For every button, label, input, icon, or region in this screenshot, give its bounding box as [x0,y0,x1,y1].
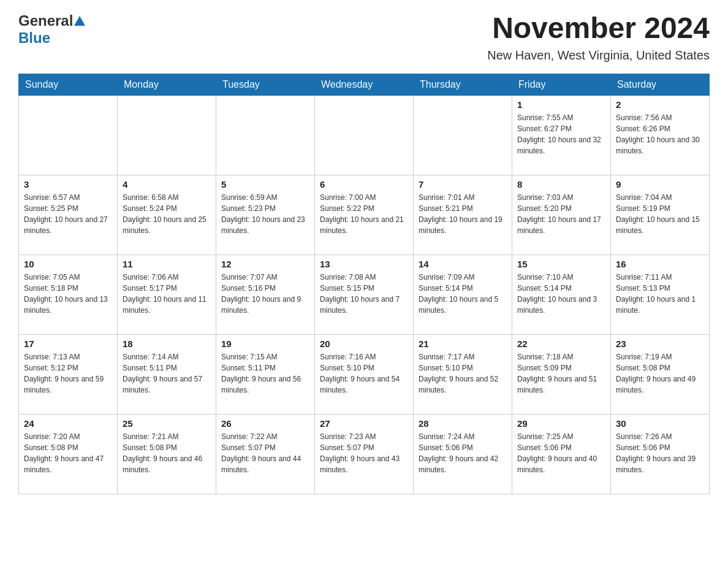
calendar-cell: 13Sunrise: 7:08 AMSunset: 5:15 PMDayligh… [315,255,414,334]
calendar-cell: 15Sunrise: 7:10 AMSunset: 5:14 PMDayligh… [512,255,611,334]
logo-blue-text: Blue [18,29,50,47]
day-number: 17 [24,339,112,349]
calendar-cell: 1Sunrise: 7:55 AMSunset: 6:27 PMDaylight… [512,95,611,175]
day-number: 18 [123,339,211,349]
day-info: Sunrise: 7:55 AMSunset: 6:27 PMDaylight:… [517,112,605,156]
day-info: Sunrise: 6:59 AMSunset: 5:23 PMDaylight:… [221,192,309,236]
page-header: General Blue November 2024 New Haven, We… [18,12,710,63]
calendar-cell: 14Sunrise: 7:09 AMSunset: 5:14 PMDayligh… [414,255,512,334]
day-number: 9 [616,179,704,190]
day-info: Sunrise: 7:07 AMSunset: 5:16 PMDaylight:… [221,272,309,316]
calendar-cell: 10Sunrise: 7:05 AMSunset: 5:18 PMDayligh… [19,255,118,334]
calendar-cell: 8Sunrise: 7:03 AMSunset: 5:20 PMDaylight… [512,175,611,255]
calendar-cell: 23Sunrise: 7:19 AMSunset: 5:08 PMDayligh… [611,334,710,414]
day-number: 10 [24,259,112,269]
calendar-week-row: 1Sunrise: 7:55 AMSunset: 6:27 PMDaylight… [19,95,710,175]
day-info: Sunrise: 7:05 AMSunset: 5:18 PMDaylight:… [24,272,112,316]
day-info: Sunrise: 7:25 AMSunset: 5:06 PMDaylight:… [517,431,605,475]
col-header-tuesday: Tuesday [216,74,315,95]
calendar-cell: 3Sunrise: 6:57 AMSunset: 5:25 PMDaylight… [19,175,118,255]
day-info: Sunrise: 7:14 AMSunset: 5:11 PMDaylight:… [123,351,211,396]
col-header-wednesday: Wednesday [315,74,414,95]
day-number: 11 [123,259,211,269]
calendar-cell: 24Sunrise: 7:20 AMSunset: 5:08 PMDayligh… [19,414,118,494]
day-info: Sunrise: 7:24 AMSunset: 5:06 PMDaylight:… [419,431,507,475]
day-number: 5 [221,179,309,190]
calendar-week-row: 24Sunrise: 7:20 AMSunset: 5:08 PMDayligh… [19,414,710,494]
calendar-cell: 18Sunrise: 7:14 AMSunset: 5:11 PMDayligh… [118,334,216,414]
calendar-week-row: 3Sunrise: 6:57 AMSunset: 5:25 PMDaylight… [19,175,710,255]
title-area: November 2024 New Haven, West Virginia, … [487,12,710,63]
calendar-cell: 28Sunrise: 7:24 AMSunset: 5:06 PMDayligh… [414,414,512,494]
day-info: Sunrise: 7:18 AMSunset: 5:09 PMDaylight:… [517,351,605,396]
day-number: 6 [320,179,408,190]
logo-area: General Blue [18,12,85,47]
calendar-cell: 17Sunrise: 7:13 AMSunset: 5:12 PMDayligh… [19,334,118,414]
calendar-cell: 30Sunrise: 7:26 AMSunset: 5:06 PMDayligh… [611,414,710,494]
calendar-cell [414,95,512,175]
day-info: Sunrise: 7:17 AMSunset: 5:10 PMDaylight:… [419,351,507,396]
day-number: 14 [419,259,507,269]
calendar-cell [216,95,315,175]
calendar-cell: 22Sunrise: 7:18 AMSunset: 5:09 PMDayligh… [512,334,611,414]
day-number: 13 [320,259,408,269]
day-info: Sunrise: 7:08 AMSunset: 5:15 PMDaylight:… [320,272,408,316]
calendar-cell: 19Sunrise: 7:15 AMSunset: 5:11 PMDayligh… [216,334,315,414]
calendar-cell: 20Sunrise: 7:16 AMSunset: 5:10 PMDayligh… [315,334,414,414]
day-info: Sunrise: 7:04 AMSunset: 5:19 PMDaylight:… [616,192,704,236]
day-info: Sunrise: 7:26 AMSunset: 5:06 PMDaylight:… [616,431,704,475]
calendar-cell [118,95,216,175]
calendar-cell: 4Sunrise: 6:58 AMSunset: 5:24 PMDaylight… [118,175,216,255]
day-info: Sunrise: 6:57 AMSunset: 5:25 PMDaylight:… [24,192,112,236]
calendar-cell: 6Sunrise: 7:00 AMSunset: 5:22 PMDaylight… [315,175,414,255]
calendar-cell: 25Sunrise: 7:21 AMSunset: 5:08 PMDayligh… [118,414,216,494]
day-number: 30 [616,418,704,429]
calendar-cell: 5Sunrise: 6:59 AMSunset: 5:23 PMDaylight… [216,175,315,255]
day-number: 7 [419,179,507,190]
day-info: Sunrise: 7:00 AMSunset: 5:22 PMDaylight:… [320,192,408,236]
day-info: Sunrise: 7:23 AMSunset: 5:07 PMDaylight:… [320,431,408,475]
day-number: 12 [221,259,309,269]
day-number: 25 [123,418,211,429]
day-info: Sunrise: 6:58 AMSunset: 5:24 PMDaylight:… [123,192,211,236]
day-number: 28 [419,418,507,429]
col-header-saturday: Saturday [611,74,710,95]
col-header-friday: Friday [512,74,611,95]
day-info: Sunrise: 7:15 AMSunset: 5:11 PMDaylight:… [221,351,309,396]
day-number: 21 [419,339,507,349]
day-info: Sunrise: 7:01 AMSunset: 5:21 PMDaylight:… [419,192,507,236]
location-subtitle: New Haven, West Virginia, United States [487,48,710,63]
day-info: Sunrise: 7:56 AMSunset: 6:26 PMDaylight:… [616,112,704,156]
day-number: 22 [517,339,605,349]
calendar-table: SundayMondayTuesdayWednesdayThursdayFrid… [18,74,710,494]
day-info: Sunrise: 7:19 AMSunset: 5:08 PMDaylight:… [616,351,704,396]
day-info: Sunrise: 7:22 AMSunset: 5:07 PMDaylight:… [221,431,309,475]
calendar-week-row: 10Sunrise: 7:05 AMSunset: 5:18 PMDayligh… [19,255,710,334]
month-title: November 2024 [487,12,710,45]
calendar-cell: 16Sunrise: 7:11 AMSunset: 5:13 PMDayligh… [611,255,710,334]
day-info: Sunrise: 7:20 AMSunset: 5:08 PMDaylight:… [24,431,112,475]
day-number: 4 [123,179,211,190]
calendar-cell: 27Sunrise: 7:23 AMSunset: 5:07 PMDayligh… [315,414,414,494]
day-info: Sunrise: 7:21 AMSunset: 5:08 PMDaylight:… [123,431,211,475]
logo-general-text: General [18,12,73,29]
day-number: 15 [517,259,605,269]
calendar-header-row: SundayMondayTuesdayWednesdayThursdayFrid… [19,74,710,95]
logo-triangle-icon [74,16,85,26]
calendar-cell: 7Sunrise: 7:01 AMSunset: 5:21 PMDaylight… [414,175,512,255]
day-info: Sunrise: 7:11 AMSunset: 5:13 PMDaylight:… [616,272,704,316]
calendar-cell: 9Sunrise: 7:04 AMSunset: 5:19 PMDaylight… [611,175,710,255]
col-header-monday: Monday [118,74,216,95]
day-number: 24 [24,418,112,429]
day-number: 29 [517,418,605,429]
calendar-week-row: 17Sunrise: 7:13 AMSunset: 5:12 PMDayligh… [19,334,710,414]
day-number: 2 [616,99,704,110]
calendar-cell [19,95,118,175]
day-number: 27 [320,418,408,429]
calendar-cell: 26Sunrise: 7:22 AMSunset: 5:07 PMDayligh… [216,414,315,494]
day-info: Sunrise: 7:10 AMSunset: 5:14 PMDaylight:… [517,272,605,316]
day-number: 1 [517,99,605,110]
calendar-cell: 2Sunrise: 7:56 AMSunset: 6:26 PMDaylight… [611,95,710,175]
calendar-cell: 21Sunrise: 7:17 AMSunset: 5:10 PMDayligh… [414,334,512,414]
day-number: 8 [517,179,605,190]
